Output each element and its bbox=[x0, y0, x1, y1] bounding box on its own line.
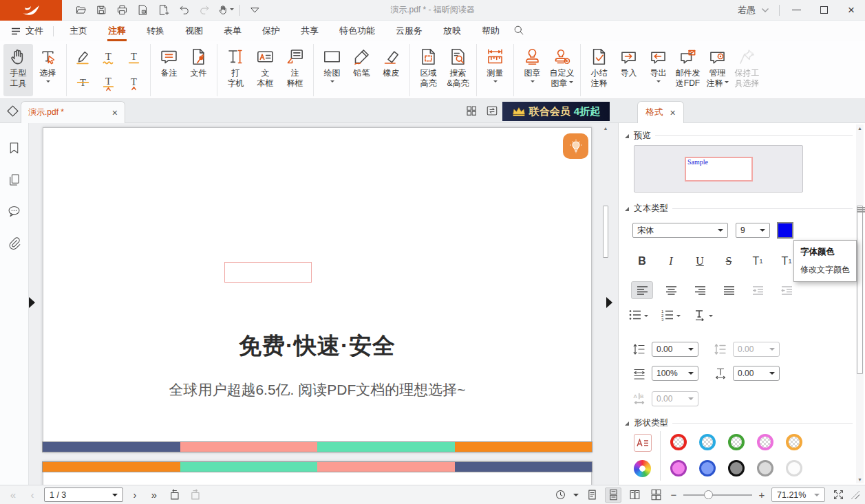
justify-button[interactable] bbox=[718, 281, 740, 299]
lightbulb-tip-button[interactable] bbox=[563, 133, 588, 159]
facing-view-button[interactable] bbox=[626, 487, 643, 503]
shape-outline-color-4[interactable] bbox=[786, 434, 802, 450]
note-comment-button[interactable]: 备注 bbox=[154, 44, 184, 96]
single-page-view-button[interactable] bbox=[584, 487, 600, 503]
open-file-icon[interactable] bbox=[72, 2, 89, 19]
promo-banner[interactable]: 联合会员4折起 bbox=[502, 102, 610, 121]
next-page-button[interactable]: › bbox=[127, 489, 142, 501]
close-format-tab-icon[interactable]: × bbox=[670, 107, 675, 118]
shape-type-section-header[interactable]: 形状类型 bbox=[624, 417, 853, 429]
continuous-view-button[interactable] bbox=[605, 487, 621, 503]
pdf-page-2[interactable] bbox=[43, 461, 592, 485]
area-highlight-button[interactable]: 区域高亮 bbox=[414, 44, 443, 96]
menu-item-0[interactable]: 主页 bbox=[59, 21, 98, 41]
align-right-button[interactable] bbox=[689, 281, 711, 299]
shape-fill-color-2[interactable] bbox=[728, 460, 745, 476]
italic-button[interactable]: I bbox=[660, 252, 682, 270]
bullet-list-button[interactable] bbox=[628, 309, 648, 321]
select-tool-button[interactable]: 选择 bbox=[33, 44, 63, 96]
zoom-slider[interactable] bbox=[683, 488, 752, 502]
highlight-text-button[interactable] bbox=[72, 46, 94, 69]
numbered-list-button[interactable]: 123 bbox=[661, 309, 681, 321]
typewriter-button[interactable]: 打字机 bbox=[221, 44, 250, 96]
menu-item-7[interactable]: 特色功能 bbox=[329, 21, 385, 41]
font-family-select[interactable]: 宋体 bbox=[632, 223, 728, 238]
undo-icon[interactable] bbox=[175, 2, 193, 19]
grid-view-icon[interactable] bbox=[465, 105, 478, 119]
last-page-button[interactable]: » bbox=[147, 489, 162, 501]
page-number-select[interactable]: 1 / 3 bbox=[44, 487, 123, 502]
eraser-tool-icon[interactable] bbox=[6, 104, 20, 120]
custom-stamp-button[interactable]: 自定义图章 bbox=[547, 44, 577, 96]
keep-tool-selected-button[interactable]: 保持工具选择 bbox=[732, 44, 762, 96]
shape-outline-color-3[interactable] bbox=[757, 434, 773, 450]
print-page-icon[interactable] bbox=[134, 2, 151, 19]
pdf-page-1[interactable]: 免费·快速·安全 全球用户超越6.5亿. 阅读PDF文档的理想选择~ bbox=[43, 127, 592, 452]
horizontal-scale-select[interactable]: 100% bbox=[652, 366, 698, 381]
resize-grip[interactable] bbox=[851, 491, 859, 499]
indent-decrease-button[interactable] bbox=[776, 281, 798, 299]
pencil-button[interactable]: 铅笔 bbox=[347, 44, 376, 96]
print-icon[interactable] bbox=[113, 2, 131, 19]
underline-button[interactable]: U bbox=[689, 252, 711, 270]
scroll-up-icon[interactable]: ▲ bbox=[856, 126, 864, 131]
menu-item-3[interactable]: 视图 bbox=[175, 21, 213, 41]
next-view-button[interactable] bbox=[186, 487, 203, 503]
font-color-swatch[interactable] bbox=[777, 222, 793, 239]
pages-icon[interactable] bbox=[7, 173, 21, 189]
maximize-button[interactable] bbox=[810, 0, 837, 21]
squiggly-underline-button[interactable]: T bbox=[97, 46, 120, 69]
menu-item-1[interactable]: 注释 bbox=[98, 21, 136, 41]
color-wheel-button[interactable] bbox=[634, 460, 651, 477]
underline-text-button[interactable]: T bbox=[122, 46, 145, 69]
facing-continuous-view-button[interactable] bbox=[648, 487, 664, 503]
document-area[interactable]: 免费·快速·安全 全球用户超越6.5亿. 阅读PDF文档的理想选择~ ▲ bbox=[29, 123, 618, 485]
menu-item-10[interactable]: 帮助 bbox=[471, 21, 510, 41]
shape-outline-color-2[interactable] bbox=[728, 434, 745, 450]
redo-icon[interactable] bbox=[195, 2, 213, 19]
bookmarks-icon[interactable] bbox=[7, 141, 21, 157]
align-left-button[interactable] bbox=[631, 281, 653, 299]
menu-item-6[interactable]: 共享 bbox=[290, 21, 329, 41]
customize-toolbar-icon[interactable] bbox=[246, 2, 264, 19]
align-center-button[interactable] bbox=[660, 281, 682, 299]
first-page-button[interactable]: « bbox=[6, 489, 21, 501]
menu-item-5[interactable]: 保护 bbox=[252, 21, 290, 41]
previous-view-button[interactable] bbox=[166, 487, 182, 503]
zoom-level-select[interactable]: 71.21% bbox=[771, 487, 825, 502]
scroll-down-icon[interactable]: ▼ bbox=[856, 477, 864, 482]
drawing-button[interactable]: 绘图 bbox=[317, 44, 347, 96]
preview-section-header[interactable]: 预览 bbox=[624, 130, 853, 142]
paragraph-spacing-select[interactable]: 0.00 bbox=[733, 342, 780, 357]
file-attachment-button[interactable]: 文件 bbox=[184, 44, 213, 96]
foxit-logo[interactable] bbox=[0, 0, 62, 21]
prev-page-button[interactable]: ‹ bbox=[25, 489, 40, 501]
scroll-up-icon[interactable]: ▲ bbox=[602, 126, 609, 131]
dropdown-caret-icon[interactable] bbox=[573, 494, 579, 499]
char-spacing-select[interactable]: 0.00 bbox=[733, 366, 780, 381]
shape-fill-color-0[interactable] bbox=[670, 460, 687, 476]
eraser-button[interactable]: 橡皮 bbox=[376, 44, 406, 96]
close-document-tab-icon[interactable]: × bbox=[112, 107, 118, 118]
shape-outline-color-1[interactable] bbox=[699, 434, 716, 450]
shape-fill-color-4[interactable] bbox=[786, 460, 802, 476]
line-spacing-select[interactable]: 0.00 bbox=[652, 342, 698, 357]
email-fdf-button[interactable]: 邮件发送FDF bbox=[673, 44, 703, 96]
zoom-slider-thumb[interactable] bbox=[704, 490, 713, 499]
replace-text-button[interactable]: T bbox=[97, 72, 120, 94]
manage-comments-button[interactable]: 管理注释 bbox=[703, 44, 732, 96]
file-menu-button[interactable]: 文件 bbox=[7, 25, 47, 37]
shape-fill-color-1[interactable] bbox=[699, 460, 716, 476]
import-comments-button[interactable]: 导入 bbox=[614, 44, 643, 96]
panel-scrollbar-thumb[interactable] bbox=[857, 206, 863, 374]
left-panel-handle[interactable] bbox=[29, 297, 41, 308]
hand-pointer-icon[interactable] bbox=[216, 2, 234, 19]
textbox-button[interactable]: 文本框 bbox=[250, 44, 280, 96]
textbox-style-button[interactable] bbox=[634, 434, 652, 452]
user-account-button[interactable]: 若愚 bbox=[731, 4, 776, 17]
zoom-out-button[interactable]: − bbox=[669, 489, 679, 501]
strikethrough-button[interactable]: S bbox=[718, 252, 740, 270]
insert-text-button[interactable]: T bbox=[122, 72, 145, 94]
callout-button[interactable]: 注释框 bbox=[280, 44, 310, 96]
menu-item-9[interactable]: 放映 bbox=[433, 21, 471, 41]
